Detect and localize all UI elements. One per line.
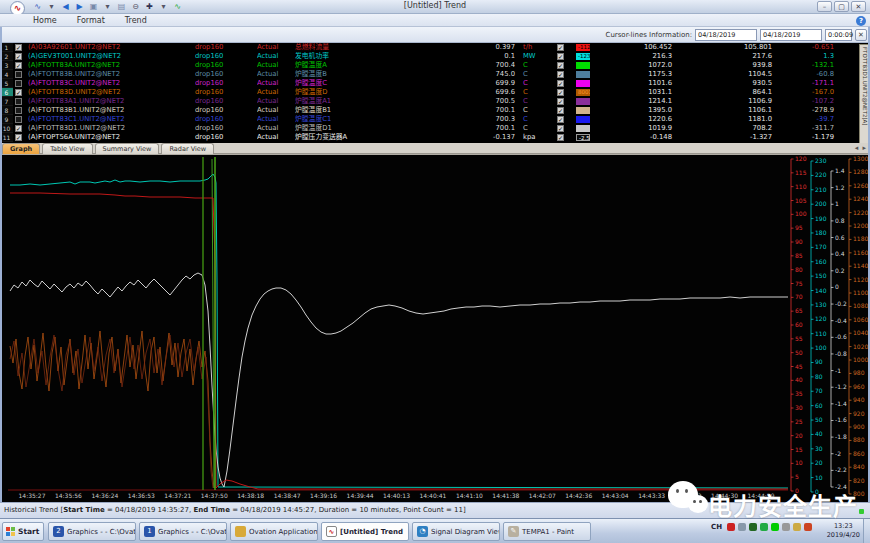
- signal-checkbox[interactable]: [15, 98, 22, 105]
- signal-row[interactable]: 4(A)FTOTT83B.UNIT2@NET2drop160Actual炉膛温度…: [0, 70, 870, 79]
- svg-text:80: 80: [815, 373, 823, 380]
- scale-checkbox[interactable]: ✓: [557, 107, 564, 114]
- signal-checkbox[interactable]: ✓: [15, 89, 22, 96]
- signal-checkbox[interactable]: ✓: [15, 125, 22, 132]
- scale-color-bar[interactable]: [576, 116, 590, 123]
- taskbar-button-trend-app[interactable]: ∿[Untitled] Trend: [321, 522, 409, 541]
- signal-checkbox[interactable]: ✓: [15, 53, 22, 60]
- signal-row[interactable]: 5(A)FTOTT83C.UNIT2@NET2drop160Actual炉膛温度…: [0, 79, 870, 88]
- scale-checkbox[interactable]: ✓: [557, 53, 564, 60]
- cursor-duration-field[interactable]: 0:00:09: [825, 29, 852, 41]
- tab-table-view[interactable]: Table View: [42, 143, 92, 154]
- cursor-value: 217.6: [678, 52, 778, 61]
- window-titlebar: ∿ ∿▾◀▶▣▾▤⊖✚▾∿ [Untitled] Trend – ▢ ✕: [0, 0, 870, 14]
- tray-agent-icon[interactable]: [760, 523, 768, 531]
- signal-row[interactable]: 6✓(A)FTOTT83D.UNIT2@NET2drop160Actual炉膛温…: [0, 88, 870, 97]
- scale-color-bar[interactable]: [576, 107, 590, 114]
- tray-network-icon[interactable]: [749, 523, 757, 531]
- tray-update-icon[interactable]: [782, 523, 790, 531]
- menu-item-format[interactable]: Format: [74, 14, 108, 27]
- taskbar-button-graphics-window-2[interactable]: 2Graphics - - C:\Ovati...: [48, 522, 136, 541]
- menu-item-home[interactable]: Home: [30, 14, 60, 27]
- cursor-value: 216.3: [590, 52, 678, 61]
- scale-checkbox[interactable]: ✓: [557, 44, 564, 51]
- svg-text:1180: 1180: [853, 235, 868, 242]
- tray-storage-icon[interactable]: [793, 523, 801, 531]
- taskbar-clock[interactable]: 13:23 2019/4/20: [827, 522, 860, 540]
- signal-checkbox[interactable]: ✓: [15, 44, 22, 51]
- signal-row[interactable]: 8(A)FTOTT83B1.UNIT2@NET2drop160Actual炉膛温…: [0, 106, 870, 115]
- scale-checkbox[interactable]: ✓: [557, 80, 564, 87]
- scale-checkbox[interactable]: ✓: [557, 134, 564, 141]
- taskbar-button-graphics-window-1[interactable]: 1Graphics - - C:\Ovati...: [139, 522, 227, 541]
- scale-min: 800: [578, 89, 589, 96]
- cursor-value: -278.9: [778, 106, 836, 115]
- signal-checkbox[interactable]: [15, 116, 22, 123]
- cursor-time2-field[interactable]: 04/18/2019 14:38:00.200: [760, 29, 822, 41]
- signal-unit: C: [519, 97, 553, 106]
- tab-graph[interactable]: Graph: [2, 143, 40, 154]
- taskbar-button-folder[interactable]: Ovation Applications: [230, 522, 318, 541]
- tab-summary-view[interactable]: Summary View: [95, 143, 160, 154]
- cursor-value: 105.801: [678, 43, 778, 52]
- scale-color-bar[interactable]: [576, 71, 590, 78]
- signal-val: 699.6: [453, 88, 519, 97]
- scale-color-bar[interactable]: [576, 98, 590, 105]
- signal-row[interactable]: 10✓(A)FTOTT83D1.UNIT2@NET2drop160Actual炉…: [0, 124, 870, 133]
- scale-color-bar[interactable]: [576, 125, 590, 132]
- svg-text:30: 30: [815, 445, 823, 452]
- scale-checkbox[interactable]: ✓: [557, 89, 564, 96]
- menu-item-trend[interactable]: Trend: [122, 14, 150, 27]
- tray-flag-icon[interactable]: [738, 523, 746, 531]
- tab-radar-view[interactable]: Radar View: [161, 143, 214, 154]
- scale-checkbox[interactable]: ✓: [557, 71, 564, 78]
- svg-text:1080: 1080: [853, 302, 868, 309]
- scale-color-bar[interactable]: 8001300: [576, 89, 590, 96]
- signal-name: (A)FTOTT83C.UNIT2@NET2: [28, 79, 195, 88]
- scale-checkbox[interactable]: ✓: [557, 98, 564, 105]
- desktop-screen: ∿ ∿▾◀▶▣▾▤⊖✚▾∿ [Untitled] Trend – ▢ ✕ Hom…: [0, 0, 870, 543]
- signal-row[interactable]: 9(A)FTOTT83C1.UNIT2@NET2drop160Actual炉膛温…: [0, 115, 870, 124]
- trend-graph[interactable]: 1201151101051009590858075706560555045403…: [0, 154, 870, 502]
- taskbar-button-paint[interactable]: ✎TEMPA1 - Paint: [503, 522, 591, 541]
- signal-mode: Actual: [257, 43, 295, 52]
- signal-checkbox[interactable]: ✓: [15, 62, 22, 69]
- taskbar-button-signal-diagram[interactable]: ◔Signal Diagram Viewe...: [412, 522, 500, 541]
- scale-checkbox[interactable]: ✓: [557, 62, 564, 69]
- scale-color-bar[interactable]: -2.51.5: [576, 134, 590, 141]
- language-indicator[interactable]: CH: [711, 523, 722, 531]
- signal-row[interactable]: 11✓(A)FTOPT56A.UNIT2@NET2drop160Actual炉膛…: [0, 133, 870, 142]
- scale-color-bar[interactable]: [576, 62, 590, 69]
- tray-monitor-icon[interactable]: [771, 523, 779, 531]
- signal-checkbox[interactable]: ✓: [15, 134, 22, 141]
- scale-color-bar[interactable]: [576, 80, 590, 87]
- start-button[interactable]: Start: [2, 522, 44, 541]
- system-tray: CH: [711, 523, 812, 531]
- signal-checkbox[interactable]: [15, 107, 22, 114]
- maximize-button[interactable]: ▢: [834, 1, 849, 12]
- svg-text:-2.2: -2.2: [835, 466, 847, 473]
- signal-row[interactable]: 2✓(A)GEV3T001.UNIT2@NET2drop160Actual发电机…: [0, 52, 870, 61]
- signal-checkbox[interactable]: [15, 71, 22, 78]
- scale-color-bar[interactable]: -1120: [576, 44, 590, 51]
- signal-checkbox[interactable]: [15, 80, 22, 87]
- cursor-close-icon[interactable]: ✕: [855, 29, 867, 41]
- signal-table: 1✓(A)03A92601.UNIT2@NET2drop160Actual总燃料…: [0, 43, 870, 143]
- tab-scroll-arrows[interactable]: ◂ ▸: [855, 144, 867, 152]
- tray-security-icon[interactable]: [727, 523, 735, 531]
- close-button[interactable]: ✕: [851, 1, 866, 12]
- signal-row[interactable]: 7(A)FTOTT83A1.UNIT2@NET2drop160Actual炉膛温…: [0, 97, 870, 106]
- tray-alarm-icon[interactable]: [804, 523, 812, 531]
- minimize-button[interactable]: –: [817, 1, 832, 12]
- signal-row[interactable]: 1✓(A)03A92601.UNIT2@NET2drop160Actual总燃料…: [0, 43, 870, 52]
- svg-text:65: 65: [795, 307, 803, 314]
- signal-row[interactable]: 3✓(A)FTOTT83A.UNIT2@NET2drop160Actual炉膛温…: [0, 61, 870, 70]
- help-icon[interactable]: ?: [856, 16, 866, 26]
- scale-color-bar[interactable]: -1230: [576, 53, 590, 60]
- svg-text:920: 920: [853, 410, 865, 417]
- scale-checkbox[interactable]: ✓: [557, 116, 564, 123]
- svg-text:-1.4: -1.4: [835, 400, 847, 407]
- scale-checkbox[interactable]: ✓: [557, 125, 564, 132]
- cursor-time1-field[interactable]: 04/18/2019 14:37:51.200: [695, 29, 757, 41]
- trend-plot-canvas[interactable]: 1201151101051009590858075706560555045403…: [0, 155, 870, 503]
